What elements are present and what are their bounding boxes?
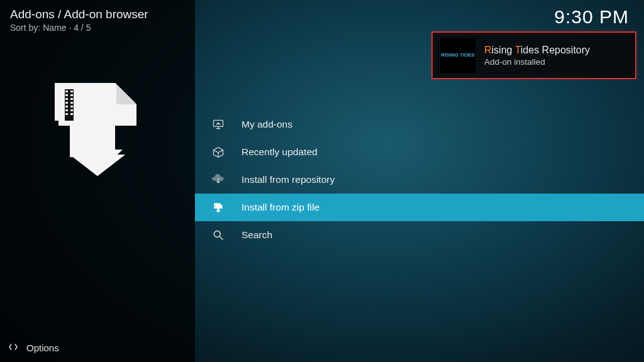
svg-rect-15 xyxy=(65,90,68,92)
svg-line-36 xyxy=(220,237,223,240)
menu-item-label: Install from zip file xyxy=(242,202,319,213)
svg-rect-18 xyxy=(70,94,73,96)
notification-title-rest: Repository xyxy=(542,45,590,55)
menu-item-recently-updated[interactable]: Recently updated xyxy=(195,138,644,166)
menu-item-install-repository[interactable]: Install from repository xyxy=(195,166,644,194)
menu-item-search[interactable]: Search xyxy=(195,221,644,249)
svg-rect-23 xyxy=(65,106,68,107)
notification-toast: RISING TIDES Rising Tides Repository Add… xyxy=(431,31,636,79)
footer-options-label: Options xyxy=(26,343,59,353)
notification-thumbnail-text: RISING TIDES xyxy=(441,53,474,58)
sort-line: Sort by: Name · 4 / 5 xyxy=(10,23,148,33)
header: Add-ons / Add-on browser Sort by: Name ·… xyxy=(10,8,148,33)
svg-point-35 xyxy=(214,231,220,237)
clock: 9:30 PM xyxy=(554,6,629,28)
breadcrumb: Add-ons / Add-on browser xyxy=(10,8,148,21)
svg-rect-28 xyxy=(70,113,73,115)
sidebar: Add-ons / Add-on browser Sort by: Name ·… xyxy=(0,0,195,362)
notification-title-p2: ides xyxy=(521,45,542,55)
recently-updated-icon xyxy=(211,145,225,159)
menu-item-label: Install from repository xyxy=(242,174,335,185)
svg-rect-34 xyxy=(215,204,216,208)
svg-rect-19 xyxy=(65,98,68,100)
footer-options[interactable]: Options xyxy=(8,341,59,354)
notification-body: Rising Tides Repository Add-on installed xyxy=(484,45,590,67)
my-addons-icon xyxy=(211,118,225,131)
svg-rect-29 xyxy=(84,119,111,153)
menu-item-install-zip[interactable]: Install from zip file xyxy=(195,194,644,221)
svg-rect-16 xyxy=(70,90,73,92)
svg-rect-27 xyxy=(65,113,68,115)
menu-item-my-addons[interactable]: My add-ons xyxy=(195,111,644,138)
sort-sep: · xyxy=(67,23,74,33)
menu-list: My add-ons Recently updated Install from… xyxy=(195,111,644,249)
svg-rect-26 xyxy=(70,109,73,111)
notification-subtitle: Add-on installed xyxy=(484,57,590,67)
notification-thumbnail: RISING TIDES xyxy=(440,38,475,73)
install-repo-icon xyxy=(211,173,225,187)
svg-rect-22 xyxy=(70,102,73,104)
notification-title-hl2: T xyxy=(515,45,521,55)
notification-title-p1: ising xyxy=(492,45,515,55)
notification-title-hl1: R xyxy=(484,45,492,55)
notification-title: Rising Tides Repository xyxy=(484,45,590,56)
sort-prefix: Sort by: xyxy=(10,23,43,33)
search-icon xyxy=(211,228,225,242)
svg-rect-24 xyxy=(70,106,73,107)
svg-rect-20 xyxy=(70,98,73,100)
list-position: 4 / 5 xyxy=(74,23,91,33)
options-icon xyxy=(8,341,19,354)
sort-value: Name xyxy=(43,23,66,33)
svg-rect-25 xyxy=(65,109,68,111)
category-icon xyxy=(47,75,148,176)
svg-rect-14 xyxy=(65,89,74,121)
svg-rect-21 xyxy=(65,102,68,104)
svg-rect-17 xyxy=(65,94,68,96)
install-zip-icon xyxy=(211,200,225,214)
menu-item-label: My add-ons xyxy=(242,119,292,130)
menu-item-label: Search xyxy=(242,229,272,241)
menu-item-label: Recently updated xyxy=(242,146,318,158)
